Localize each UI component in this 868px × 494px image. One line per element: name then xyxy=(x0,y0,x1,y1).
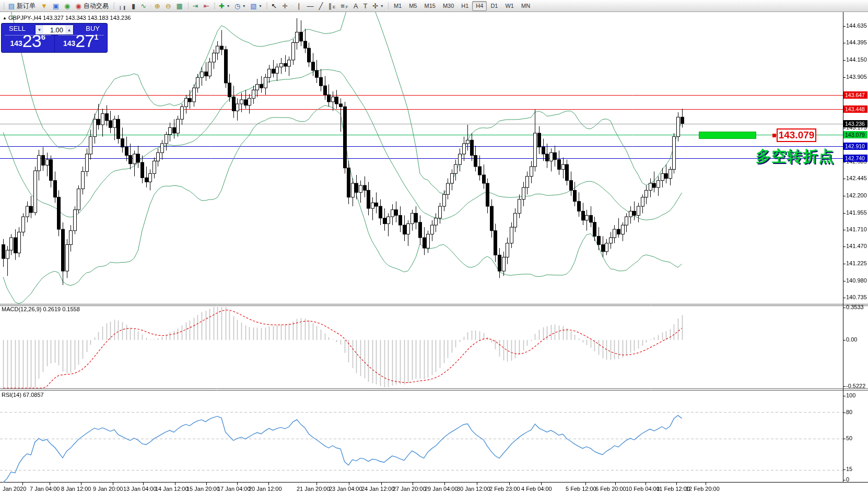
text-tool[interactable]: A xyxy=(351,1,361,11)
volume-value[interactable]: 1.00 xyxy=(43,26,65,34)
price-tag-143.236: 143.236 xyxy=(843,120,867,127)
volume-up-button[interactable]: ▲ xyxy=(65,25,73,34)
charts-window-icon[interactable]: ▣ xyxy=(50,1,62,11)
macd-tick: -0.5222 xyxy=(846,383,865,389)
hline-glyph: — xyxy=(307,3,314,9)
fibonacci-tool[interactable]: ≡F xyxy=(338,1,350,11)
macd-label: MACD(12,26,9) 0.2619 0.1558 xyxy=(2,306,80,312)
time-tick: 2 Feb 23:00 xyxy=(489,486,520,492)
cursor-tool[interactable]: ↖ xyxy=(268,1,279,11)
tile-windows-icon[interactable]: ▦ xyxy=(174,1,185,11)
hline-tool[interactable]: — xyxy=(304,1,316,11)
chart-shift-icon[interactable]: ⇤ xyxy=(201,1,212,11)
bars-chart-icon[interactable]: ╷╻ xyxy=(115,1,129,11)
price-tick: 143.905 xyxy=(846,74,867,80)
crosshair-tool[interactable]: ✛ xyxy=(279,1,290,11)
volume-stepper[interactable]: ▼ 1.00 ▲ xyxy=(35,25,74,35)
sell-price-prefix: 143 xyxy=(10,39,22,48)
funnel-icon[interactable]: ▼ xyxy=(38,1,50,11)
fibonacci-glyph: ≡ xyxy=(341,3,345,9)
crosshair-glyph: ✛ xyxy=(282,3,288,9)
charts-window-icon-glyph: ▣ xyxy=(53,3,59,9)
macd-tick: 0.00 xyxy=(846,336,857,343)
zoom-in-icon-glyph: ⊕ xyxy=(155,3,160,9)
chart-shift-icon-glyph: ⇤ xyxy=(203,3,209,9)
toolbar-group-handle: ┆ xyxy=(213,3,215,9)
price-tick: 144.150 xyxy=(846,56,867,63)
dropdown-arrow-icon[interactable]: ▾ xyxy=(260,4,262,8)
channel-tool[interactable]: ∥E xyxy=(325,1,338,11)
toolbar-group-handle: ┆ xyxy=(386,3,389,9)
time-tick: 7 Jan 04:00 xyxy=(30,486,60,492)
trendline-tool[interactable]: ╱ xyxy=(316,1,326,11)
autotrade-button[interactable]: ◉自动交易 xyxy=(73,1,111,11)
time-tick: 21 Jan 20:00 xyxy=(297,486,330,492)
cursor-glyph: ↖ xyxy=(271,3,277,9)
time-tick: 29 Jan 04:00 xyxy=(425,486,458,492)
line-chart-icon-glyph: ∿ xyxy=(140,3,146,9)
timeframe-m1[interactable]: M1 xyxy=(390,1,405,11)
auto-scroll-icon-glyph: ⇥ xyxy=(193,3,198,9)
time-tick: 24 Jan 12:00 xyxy=(361,486,395,492)
price-tick: 144.395 xyxy=(846,39,867,45)
timeframe-m5[interactable]: M5 xyxy=(405,1,420,11)
time-tick: 17 Jan 04:00 xyxy=(217,486,251,492)
time-tick: 5 Feb 12:00 xyxy=(566,486,596,492)
new-order-button[interactable]: ▤新订单 xyxy=(6,1,38,11)
toolbar-separator: · xyxy=(291,3,292,9)
signal-icon[interactable]: ◉ xyxy=(62,1,73,11)
time-tick: 15 Jan 20:00 xyxy=(186,486,220,492)
dropdown-arrow-icon[interactable]: ▾ xyxy=(227,4,229,8)
chart-title: ▲GBPJPY-,H4 143.327 143.343 143.183 143.… xyxy=(3,15,131,21)
text-label-tool[interactable]: T xyxy=(360,1,370,11)
timeframe-mn[interactable]: MN xyxy=(518,1,534,11)
price-tick: 142.445 xyxy=(846,175,867,181)
time-tick: 13 Jan 04:00 xyxy=(123,486,157,492)
price-tick: 140.735 xyxy=(846,294,867,300)
dropdown-arrow-icon[interactable]: ▾ xyxy=(243,4,245,8)
periods-button[interactable]: ◷▾ xyxy=(232,1,248,11)
pivot-note-text[interactable]: 多空转折点 xyxy=(756,146,834,167)
time-tick: 20 Jan 12:00 xyxy=(249,486,282,492)
timeframe-m30[interactable]: M30 xyxy=(439,1,458,11)
timeframe-d1[interactable]: D1 xyxy=(487,1,501,11)
time-tick: 27 Jan 20:00 xyxy=(393,486,426,492)
zoom-in-icon[interactable]: ⊕ xyxy=(152,1,163,11)
rsi-tick: 50 xyxy=(846,435,852,441)
rsi-tick: 80 xyxy=(846,409,852,415)
arrows-glyph: ✢ xyxy=(372,3,378,9)
price-tag-143.647: 143.647 xyxy=(843,91,867,99)
text-glyph: A xyxy=(354,3,358,9)
text-label-glyph: T xyxy=(363,3,367,9)
buy-price-main: 27 xyxy=(75,31,94,51)
price-tag-143.079: 143.079 xyxy=(843,131,867,138)
auto-scroll-icon[interactable]: ⇥ xyxy=(190,1,201,11)
timeframe-m15[interactable]: M15 xyxy=(420,1,439,11)
zoom-out-icon[interactable]: ⊖ xyxy=(163,1,174,11)
price-tick: 141.470 xyxy=(846,243,867,249)
templates-button[interactable]: ▧▾ xyxy=(248,1,264,11)
autotrade-glyph: ◉ xyxy=(75,3,81,9)
candles-chart-icon[interactable]: ▮ xyxy=(129,1,138,11)
vline-glyph: ❘ xyxy=(296,3,302,9)
arrows-tool[interactable]: ✢▾ xyxy=(370,1,385,11)
price-callout-box[interactable]: 143.079 xyxy=(777,128,816,142)
collapse-panel-icon[interactable]: ▲ xyxy=(3,16,7,20)
time-tick: 10 Feb 04:00 xyxy=(626,486,660,492)
dropdown-arrow-icon[interactable]: ▾ xyxy=(381,4,383,8)
candles-chart-icon-glyph: ▮ xyxy=(132,3,135,9)
indicators-add-button[interactable]: ✚▾ xyxy=(216,1,232,11)
price-chart[interactable] xyxy=(0,12,868,494)
line-chart-icon[interactable]: ∿ xyxy=(138,1,149,11)
time-tick: 23 Jan 04:00 xyxy=(329,486,362,492)
timeframe-h4[interactable]: H4 xyxy=(472,1,487,11)
periods-glyph: ◷ xyxy=(234,3,240,9)
support-zone-rectangle[interactable] xyxy=(699,132,756,139)
toolbar-separator: · xyxy=(150,3,151,9)
new-order-button-label: 新订单 xyxy=(17,2,36,10)
vline-tool[interactable]: ❘ xyxy=(294,1,304,11)
timeframe-h1[interactable]: H1 xyxy=(458,1,472,11)
timeframe-w1[interactable]: W1 xyxy=(501,1,518,11)
tool-sub-letter: F xyxy=(346,5,348,11)
volume-down-button[interactable]: ▼ xyxy=(36,25,43,34)
